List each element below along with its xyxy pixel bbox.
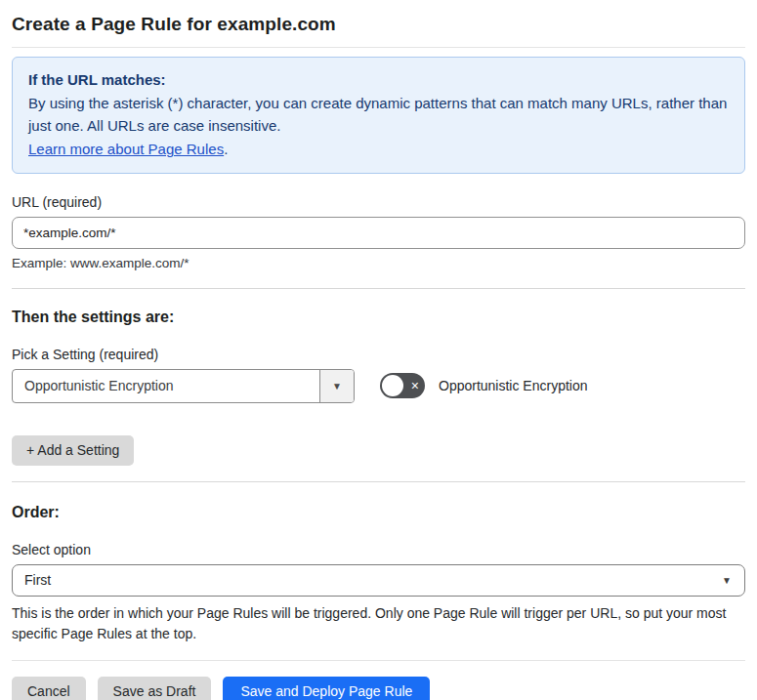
order-select-label: Select option [12,542,745,557]
order-heading: Order: [12,504,745,521]
page-rule-form: Create a Page Rule for example.com If th… [0,0,757,700]
link-suffix: . [224,141,228,157]
pick-setting-label: Pick a Setting (required) [12,347,745,362]
setting-dropdown-value: Opportunistic Encryption [13,370,319,402]
toggle-knob [382,375,403,396]
url-match-info-box: If the URL matches: By using the asteris… [12,57,745,174]
chevron-down-icon: ▼ [332,381,342,391]
learn-more-link[interactable]: Learn more about Page Rules [28,141,224,157]
setting-dropdown-arrow-button[interactable]: ▼ [319,370,354,402]
url-label: URL (required) [12,194,745,210]
add-setting-button[interactable]: + Add a Setting [12,435,134,466]
page-title: Create a Page Rule for example.com [12,0,745,47]
cancel-button[interactable]: Cancel [12,677,86,700]
toggle-label: Opportunistic Encryption [439,378,588,393]
settings-divider [12,288,745,289]
setting-row: Opportunistic Encryption ▼ × Opportunist… [12,369,745,403]
info-box-link-line: Learn more about Page Rules. [28,138,729,161]
order-select[interactable]: First ▼ [12,564,745,597]
setting-dropdown[interactable]: Opportunistic Encryption ▼ [12,369,355,403]
url-input[interactable] [12,217,745,249]
order-help-text: This is the order in which your Page Rul… [12,603,739,644]
title-divider [12,47,745,48]
order-select-value: First [13,572,63,588]
save-and-deploy-button[interactable]: Save and Deploy Page Rule [223,677,430,700]
order-divider [12,481,745,482]
footer-actions: Cancel Save as Draft Save and Deploy Pag… [12,660,745,700]
opportunistic-encryption-toggle[interactable]: × [380,373,425,398]
info-box-body: By using the asterisk (*) character, you… [28,92,729,138]
save-as-draft-button[interactable]: Save as Draft [98,677,212,700]
chevron-down-icon: ▼ [722,575,732,586]
url-example-hint: Example: www.example.com/* [12,256,745,270]
toggle-off-icon: × [411,379,419,392]
settings-heading: Then the settings are: [12,309,745,326]
info-box-heading: If the URL matches: [28,68,729,92]
